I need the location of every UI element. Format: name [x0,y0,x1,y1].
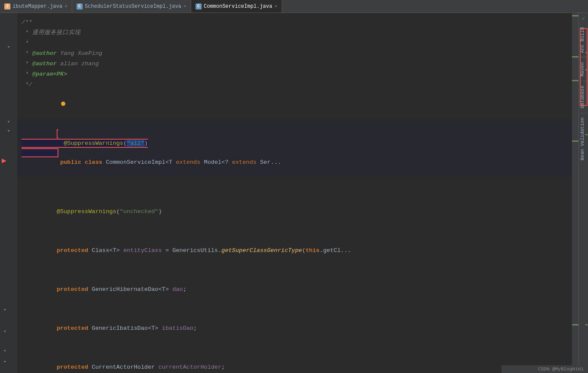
code-line-class-decl: @SuppressWarnings("all") public class Co… [17,119,572,177]
line-content [17,178,572,187]
divider-2 [580,81,587,81]
tab-icon-3: C [196,3,202,10]
bottom-status-bar: CSDN @MyBlogHiHi [501,365,588,373]
fold-icon-5[interactable]: ▾ [3,328,6,334]
gutter-mark-3 [585,134,588,135]
fold-icon-3[interactable]: ▾ [7,128,10,134]
tab-close-1[interactable]: × [64,4,67,9]
line-content: * @author allan zhang [17,59,572,69]
scroll-marker-2 [572,56,578,57]
bottom-text: CSDN @MyBlogHiHi [538,367,584,372]
line-content [17,90,572,119]
code-container: /** * 通用服务接口实现 * * @author Yang XuePing … [17,13,578,373]
line-content: /** [17,18,572,27]
fold-icon-4[interactable]: ▾ [3,307,6,312]
code-line-dot [17,90,572,119]
code-line-suppress2: @SuppressWarnings("unchecked") [17,188,572,226]
scroll-gutter [572,13,578,373]
check-icon: ✓ [582,15,585,22]
tab-label-2: SchedulerStatusServiceImpl.java [85,3,181,10]
code-line-author1: * @author Yang XuePing [17,48,572,59]
scroll-marker-3 [572,80,578,81]
tab-commonservice[interactable]: C CommonServiceImpl.java × [191,0,282,13]
scroll-marker-5 [572,324,578,325]
left-gutter: ▾ ▾ ▾ ▶ ▾ ▾ ▾ ▾ [0,13,17,373]
tab-label-1: ibuteMapper.java [13,3,62,10]
fold-icon-2[interactable]: ▾ [7,119,10,124]
line-content: * [17,38,572,48]
main-area: ▾ ▾ ▾ ▶ ▾ ▾ ▾ ▾ /** * 通用服务接口实现 * * @auth… [0,13,588,373]
line-content: * 通用服务接口实现 [17,28,572,38]
sidebar-tab-database[interactable]: Database [579,82,588,112]
divider-3 [580,113,587,113]
tab-close-2[interactable]: × [183,4,186,9]
code-line-entityclass: protected Class<T> entityClass = Generic… [17,226,572,265]
tab-icon-2: C [77,3,83,10]
line-content: */ [17,80,572,89]
right-panel: ✓ Ant Build Maven Database Bean Validati… [578,13,588,373]
line-content: @SuppressWarnings("unchecked") [17,188,572,226]
code-line-comment-open: /** [17,17,572,28]
fold-icon-7[interactable]: ▾ [3,359,6,364]
sidebar-tab-bean-validation[interactable]: Bean Validation [579,114,588,164]
line-content: protected GenericIbatisDao<T> ibatisDao; [17,305,572,343]
annotation-highlight: @SuppressWarnings("all") [22,129,148,157]
fold-icon-1[interactable]: ▾ [7,44,10,50]
code-line-blank1 [17,177,572,188]
tab-ibutemapper[interactable]: J ibuteMapper.java × [0,0,72,13]
breakpoint-arrow: ▶ [2,156,6,165]
scroll-marker-1 [572,15,578,16]
gutter-mark-2 [585,69,588,70]
gutter-mark-4 [585,324,588,325]
gutter-mark-1 [585,52,588,53]
code-line-comment-close: */ [17,80,572,90]
code-line-dao: protected GenericHibernateDao<T> dao; [17,265,572,304]
scroll-marker-4 [572,140,578,142]
line-content: protected Class<T> entityClass = Generic… [17,227,572,265]
divider-1 [580,57,587,58]
line-content: @SuppressWarnings("all") public class Co… [17,120,572,177]
code-line-comment-chinese: * 通用服务接口实现 [17,28,572,38]
tab-close-3[interactable]: × [274,4,277,9]
line-content: protected CurrentActorHolder currentActo… [17,344,572,373]
tab-icon-1: J [4,3,10,10]
tab-bar: J ibuteMapper.java × C SchedulerStatusSe… [0,0,588,13]
line-content: * @author Yang XuePing [17,49,572,58]
code-line-comment-blank: * [17,38,572,48]
tab-label-3: CommonServiceImpl.java [204,3,272,10]
tab-schedulerstatus[interactable]: C SchedulerStatusServiceImpl.java × [72,0,191,13]
orange-dot [61,102,65,106]
line-content: protected GenericHibernateDao<T> dao; [17,266,572,304]
code-line-param: * @param<PK> [17,69,572,80]
code-editor[interactable]: /** * 通用服务接口实现 * * @author Yang XuePing … [17,13,572,373]
line-content: * @param<PK> [17,70,572,79]
code-line-currentactorholder: protected CurrentActorHolder currentActo… [17,343,572,373]
code-line-ibatisdao: protected GenericIbatisDao<T> ibatisDao; [17,304,572,343]
fold-icon-6[interactable]: ▾ [3,348,6,354]
code-line-author2: * @author allan zhang [17,59,572,69]
